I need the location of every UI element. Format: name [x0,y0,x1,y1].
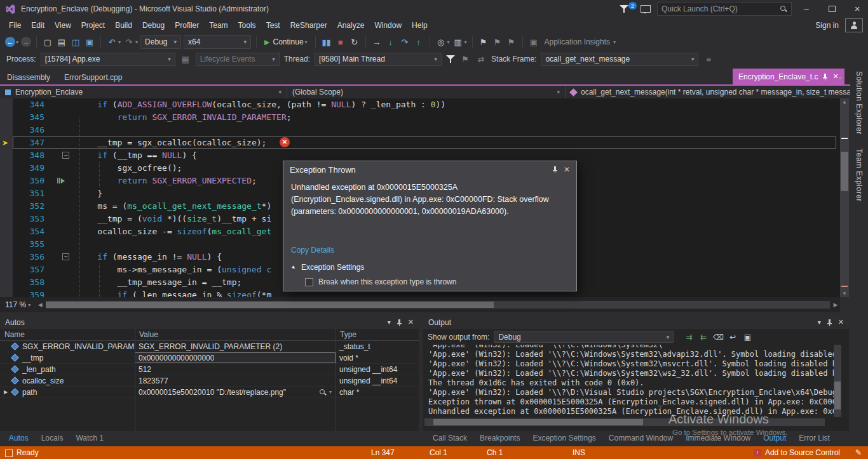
prev-bookmark-icon[interactable]: ⚑ [492,36,503,48]
word-wrap-icon[interactable]: ↩ [727,333,738,342]
exception-settings-expander[interactable]: ▼ Exception Settings [291,263,569,272]
menu-item-view[interactable]: View [50,19,76,32]
tab-encryption-enclave-t-c[interactable]: Encryption_Enclave_t.c ✕ [733,69,844,84]
tab-exception-settings[interactable]: Exception Settings [527,432,601,444]
code-line-344[interactable]: 344 if (ADD_ASSIGN_OVERFLOW(ocalloc_size… [0,98,840,111]
flag-threads-icon[interactable]: ⚑ [459,53,471,65]
project-dropdown[interactable]: Encryption_Enclave ▾ [0,86,287,98]
autos-row[interactable]: SGX_ERROR_INVALID_PARAME...SGX_ERROR_INV… [0,341,419,352]
maximize-button[interactable] [821,0,843,18]
scroll-up-icon[interactable]: ▲ [840,99,849,105]
column-header-type[interactable]: Type [336,330,419,339]
column-header-value[interactable]: Value [135,330,336,339]
navigate-back-icon[interactable]: ← [5,37,15,47]
step-over-icon[interactable]: ↷ [399,36,410,48]
chevron-down-icon[interactable]: ▾ [613,39,616,45]
close-icon[interactable]: ✕ [408,318,414,326]
step-out-icon[interactable]: ↑ [413,36,424,48]
pin-icon[interactable] [397,319,402,326]
menu-item-resharper[interactable]: ReSharper [285,19,332,32]
quick-launch-input[interactable]: Quick Launch (Ctrl+Q) [657,2,792,16]
scroll-left-icon[interactable]: ◀ [36,302,44,308]
solution-platforms-dropdown[interactable]: x64▾ [184,35,251,49]
autos-row[interactable]: ▶path0x0000015e50020010 "D:/test/replace… [0,387,419,398]
editor-horizontal-scrollbar[interactable] [46,301,830,309]
menu-item-edit[interactable]: Edit [26,19,50,32]
new-file-icon[interactable]: ▢ [42,36,53,48]
stack-frame-dropdown[interactable]: ocall_get_next_message▾ [541,53,698,66]
menu-item-project[interactable]: Project [76,19,110,32]
next-bookmark-icon[interactable]: ⚑ [506,36,517,48]
zoom-level[interactable]: 117 % [0,300,28,309]
sidebar-tab-team-explorer[interactable]: Team Explorer [855,149,864,202]
break-all-icon[interactable]: ▮▮ [321,36,332,48]
window-position-chevron-icon[interactable]: ▾ [388,319,391,326]
notification-badge[interactable]: 2 [628,2,637,10]
output-source-dropdown[interactable]: Debug ▾ [494,331,674,343]
add-to-source-control[interactable]: ↑ Add to Source Control [754,448,840,457]
application-insights-icon[interactable]: ▣ [528,36,539,48]
toggle-layout-icon[interactable]: ▣ [742,333,753,342]
output-title-bar[interactable]: Output ▾ ✕ [423,316,849,329]
restart-icon[interactable]: ↻ [349,36,360,48]
find-prev-message-icon[interactable]: ⇇ [698,333,709,342]
magnifier-icon[interactable] [319,389,327,396]
send-feedback-icon[interactable] [641,5,651,13]
tab-command-window[interactable]: Command Window [603,432,679,444]
diagnostic-tools-icon[interactable]: ▥ [452,36,464,48]
chevron-down-icon[interactable]: ▾ [465,39,467,45]
open-file-icon[interactable]: ▤ [56,36,67,48]
menu-item-analyze[interactable]: Analyze [332,19,370,32]
scrollbar-thumb[interactable] [46,302,494,308]
clear-all-icon[interactable]: ⌫ [712,333,724,342]
menu-item-help[interactable]: Help [407,19,433,32]
tab-disassembly[interactable]: Disassembly [0,71,57,84]
pin-icon[interactable] [827,319,832,326]
editor-vertical-scrollbar[interactable]: ▲ ▼ [840,98,849,297]
fold-collapse-icon[interactable]: − [62,253,69,260]
suspend-threads-icon[interactable]: ⇄ [475,53,487,65]
close-icon[interactable]: ✕ [564,165,570,174]
filter-threads-icon[interactable] [446,55,455,63]
toggle-bookmark-icon[interactable]: ⚑ [478,36,489,48]
feedback-filter-icon[interactable] [620,5,628,13]
menu-item-window[interactable]: Window [369,19,407,32]
tab-autos[interactable]: Autos [3,432,34,444]
window-position-chevron-icon[interactable]: ▾ [818,319,821,326]
expand-arrow-icon[interactable]: ▶ [4,389,11,395]
autos-row[interactable]: ocalloc_size1823577unsigned __int64 [0,375,419,387]
process-dropdown[interactable]: [15784] App.exe▾ [41,53,175,66]
menu-item-file[interactable]: File [4,19,26,32]
menu-item-test[interactable]: Test [261,19,285,32]
autos-value-cell[interactable]: SGX_ERROR_INVALID_PARAMETER (2) [135,341,336,352]
autos-row[interactable]: __tmp0x0000000000000000void * [0,352,419,364]
tab-error-list[interactable]: Error List [793,432,836,444]
code-line-346[interactable]: 346 [0,124,840,136]
tab-errorsupport-cpp[interactable]: ErrorSupport.cpp [57,71,129,84]
chevron-down-icon[interactable]: ▾ [16,39,18,45]
close-icon[interactable]: ✕ [832,72,838,81]
redo-icon[interactable]: ↷ [123,36,135,48]
stop-debugging-icon[interactable]: ■ [335,36,346,48]
scroll-right-icon[interactable]: ▶ [831,302,840,308]
tab-watch-1[interactable]: Watch 1 [70,432,109,444]
pin-icon[interactable] [552,166,558,173]
menu-item-team[interactable]: Team [204,19,233,32]
intellitrace-icon[interactable]: ◎ [435,36,447,48]
chevron-down-icon[interactable]: ▾ [447,39,450,45]
column-divider[interactable] [336,329,336,431]
find-message-icon[interactable]: ⇉ [683,333,695,342]
output-console[interactable]: 'App.exe' (Win32): Loaded '\\?\C:\Window… [423,345,837,417]
tab-breakpoints[interactable]: Breakpoints [474,432,526,444]
copy-details-link[interactable]: Copy Details [291,246,334,255]
thread-dropdown[interactable]: [9580] Main Thread▾ [315,53,442,66]
autos-row[interactable]: _len_path512unsigned __int64 [0,364,419,375]
scrollbar-thumb[interactable] [433,419,643,425]
column-header-name[interactable]: Name [0,330,135,339]
step-into-icon[interactable]: ↓ [385,36,397,48]
menu-item-profiler[interactable]: Profiler [170,19,204,32]
code-line-345[interactable]: 345 return SGX_ERROR_INVALID_PARAMETER; [0,111,840,124]
save-icon[interactable]: ◫ [70,36,81,48]
autos-title-bar[interactable]: Autos ▾ ✕ [0,316,419,329]
break-checkbox[interactable] [305,278,313,286]
